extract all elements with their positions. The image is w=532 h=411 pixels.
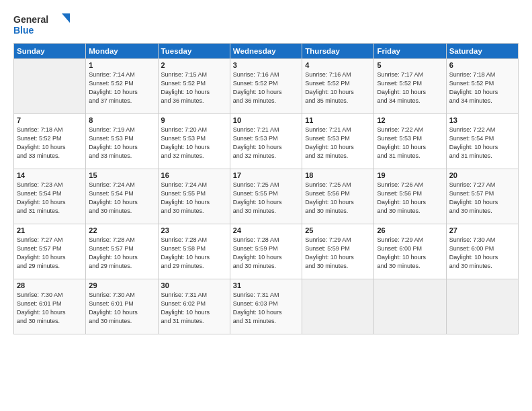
day-number: 9: [161, 116, 227, 124]
header: GeneralBlue: [13, 12, 519, 36]
day-number: 24: [233, 226, 299, 234]
weekday-wednesday: Wednesday: [230, 44, 302, 59]
day-info: Sunrise: 7:29 AM Sunset: 6:00 PM Dayligh…: [377, 236, 443, 271]
day-cell: [14, 59, 86, 114]
day-number: 12: [377, 116, 443, 124]
day-number: 29: [89, 281, 154, 289]
day-number: 27: [449, 226, 515, 234]
day-info: Sunrise: 7:30 AM Sunset: 6:01 PM Dayligh…: [17, 291, 83, 326]
day-number: 17: [233, 171, 299, 179]
day-info: Sunrise: 7:29 AM Sunset: 5:59 PM Dayligh…: [305, 236, 371, 271]
day-number: 6: [449, 61, 515, 69]
day-number: 30: [161, 281, 227, 289]
day-number: 23: [161, 226, 227, 234]
day-info: Sunrise: 7:19 AM Sunset: 5:53 PM Dayligh…: [89, 126, 154, 161]
day-cell: 20Sunrise: 7:27 AM Sunset: 5:57 PM Dayli…: [446, 169, 518, 224]
day-cell: 29Sunrise: 7:30 AM Sunset: 6:01 PM Dayli…: [86, 279, 158, 334]
day-cell: 31Sunrise: 7:31 AM Sunset: 6:03 PM Dayli…: [230, 279, 302, 334]
day-cell: 9Sunrise: 7:20 AM Sunset: 5:53 PM Daylig…: [158, 114, 230, 169]
day-number: 2: [161, 61, 227, 69]
day-number: 18: [305, 171, 371, 179]
day-number: 20: [449, 171, 515, 179]
day-number: 16: [161, 171, 227, 179]
week-row-2: 7Sunrise: 7:18 AM Sunset: 5:52 PM Daylig…: [14, 114, 519, 169]
day-cell: 5Sunrise: 7:17 AM Sunset: 5:52 PM Daylig…: [374, 59, 446, 114]
weekday-monday: Monday: [86, 44, 158, 59]
day-info: Sunrise: 7:21 AM Sunset: 5:53 PM Dayligh…: [305, 126, 371, 161]
day-cell: 15Sunrise: 7:24 AM Sunset: 5:54 PM Dayli…: [86, 169, 158, 224]
day-info: Sunrise: 7:28 AM Sunset: 5:59 PM Dayligh…: [233, 236, 299, 271]
day-number: 26: [377, 226, 443, 234]
svg-marker-2: [62, 13, 70, 23]
day-cell: 21Sunrise: 7:27 AM Sunset: 5:57 PM Dayli…: [14, 224, 86, 279]
day-cell: 13Sunrise: 7:22 AM Sunset: 5:54 PM Dayli…: [446, 114, 518, 169]
day-cell: 6Sunrise: 7:18 AM Sunset: 5:52 PM Daylig…: [446, 59, 518, 114]
day-cell: 11Sunrise: 7:21 AM Sunset: 5:53 PM Dayli…: [302, 114, 374, 169]
day-info: Sunrise: 7:21 AM Sunset: 5:53 PM Dayligh…: [233, 126, 299, 161]
day-info: Sunrise: 7:27 AM Sunset: 5:57 PM Dayligh…: [449, 181, 515, 216]
page: GeneralBlue SundayMondayTuesdayWednesday…: [0, 0, 532, 411]
day-cell: 18Sunrise: 7:25 AM Sunset: 5:56 PM Dayli…: [302, 169, 374, 224]
logo: GeneralBlue: [13, 12, 74, 36]
weekday-tuesday: Tuesday: [158, 44, 230, 59]
day-cell: [302, 279, 374, 334]
week-row-4: 21Sunrise: 7:27 AM Sunset: 5:57 PM Dayli…: [14, 224, 519, 279]
day-info: Sunrise: 7:23 AM Sunset: 5:54 PM Dayligh…: [17, 181, 83, 216]
weekday-header-row: SundayMondayTuesdayWednesdayThursdayFrid…: [14, 44, 519, 59]
day-info: Sunrise: 7:28 AM Sunset: 5:57 PM Dayligh…: [89, 236, 154, 271]
day-cell: 26Sunrise: 7:29 AM Sunset: 6:00 PM Dayli…: [374, 224, 446, 279]
day-number: 3: [233, 61, 299, 69]
day-cell: 30Sunrise: 7:31 AM Sunset: 6:02 PM Dayli…: [158, 279, 230, 334]
calendar-table: SundayMondayTuesdayWednesdayThursdayFrid…: [13, 43, 519, 334]
day-info: Sunrise: 7:27 AM Sunset: 5:57 PM Dayligh…: [17, 236, 83, 271]
day-number: 13: [449, 116, 515, 124]
logo-svg: GeneralBlue: [13, 12, 74, 36]
day-info: Sunrise: 7:31 AM Sunset: 6:03 PM Dayligh…: [233, 291, 299, 326]
day-cell: 22Sunrise: 7:28 AM Sunset: 5:57 PM Dayli…: [86, 224, 158, 279]
day-cell: [374, 279, 446, 334]
day-cell: 25Sunrise: 7:29 AM Sunset: 5:59 PM Dayli…: [302, 224, 374, 279]
day-info: Sunrise: 7:25 AM Sunset: 5:55 PM Dayligh…: [233, 181, 299, 216]
day-info: Sunrise: 7:30 AM Sunset: 6:00 PM Dayligh…: [449, 236, 515, 271]
day-number: 4: [305, 61, 371, 69]
day-info: Sunrise: 7:18 AM Sunset: 5:52 PM Dayligh…: [449, 71, 515, 105]
day-info: Sunrise: 7:15 AM Sunset: 5:52 PM Dayligh…: [161, 71, 227, 105]
day-info: Sunrise: 7:26 AM Sunset: 5:56 PM Dayligh…: [377, 181, 443, 216]
svg-text:General: General: [13, 14, 48, 25]
day-info: Sunrise: 7:17 AM Sunset: 5:52 PM Dayligh…: [377, 71, 443, 105]
day-info: Sunrise: 7:16 AM Sunset: 5:52 PM Dayligh…: [233, 71, 299, 105]
day-number: 8: [89, 116, 154, 124]
day-cell: 17Sunrise: 7:25 AM Sunset: 5:55 PM Dayli…: [230, 169, 302, 224]
day-number: 25: [305, 226, 371, 234]
day-info: Sunrise: 7:24 AM Sunset: 5:54 PM Dayligh…: [89, 181, 154, 216]
day-info: Sunrise: 7:28 AM Sunset: 5:58 PM Dayligh…: [161, 236, 227, 271]
day-number: 15: [89, 171, 154, 179]
day-number: 31: [233, 281, 299, 289]
day-info: Sunrise: 7:31 AM Sunset: 6:02 PM Dayligh…: [161, 291, 227, 326]
day-cell: 14Sunrise: 7:23 AM Sunset: 5:54 PM Dayli…: [14, 169, 86, 224]
day-cell: 12Sunrise: 7:22 AM Sunset: 5:53 PM Dayli…: [374, 114, 446, 169]
day-cell: 28Sunrise: 7:30 AM Sunset: 6:01 PM Dayli…: [14, 279, 86, 334]
day-cell: [446, 279, 518, 334]
day-info: Sunrise: 7:25 AM Sunset: 5:56 PM Dayligh…: [305, 181, 371, 216]
day-cell: 16Sunrise: 7:24 AM Sunset: 5:55 PM Dayli…: [158, 169, 230, 224]
day-number: 22: [89, 226, 154, 234]
day-number: 11: [305, 116, 371, 124]
day-info: Sunrise: 7:24 AM Sunset: 5:55 PM Dayligh…: [161, 181, 227, 216]
svg-text:Blue: Blue: [13, 25, 34, 36]
weekday-sunday: Sunday: [14, 44, 86, 59]
weekday-thursday: Thursday: [302, 44, 374, 59]
day-info: Sunrise: 7:18 AM Sunset: 5:52 PM Dayligh…: [17, 126, 83, 161]
weekday-saturday: Saturday: [446, 44, 518, 59]
day-cell: 4Sunrise: 7:16 AM Sunset: 5:52 PM Daylig…: [302, 59, 374, 114]
week-row-3: 14Sunrise: 7:23 AM Sunset: 5:54 PM Dayli…: [14, 169, 519, 224]
day-number: 10: [233, 116, 299, 124]
day-info: Sunrise: 7:22 AM Sunset: 5:54 PM Dayligh…: [449, 126, 515, 161]
weekday-friday: Friday: [374, 44, 446, 59]
day-cell: 1Sunrise: 7:14 AM Sunset: 5:52 PM Daylig…: [86, 59, 158, 114]
day-info: Sunrise: 7:16 AM Sunset: 5:52 PM Dayligh…: [305, 71, 371, 105]
day-info: Sunrise: 7:22 AM Sunset: 5:53 PM Dayligh…: [377, 126, 443, 161]
day-cell: 27Sunrise: 7:30 AM Sunset: 6:00 PM Dayli…: [446, 224, 518, 279]
day-number: 7: [17, 116, 83, 124]
day-number: 1: [89, 61, 154, 69]
